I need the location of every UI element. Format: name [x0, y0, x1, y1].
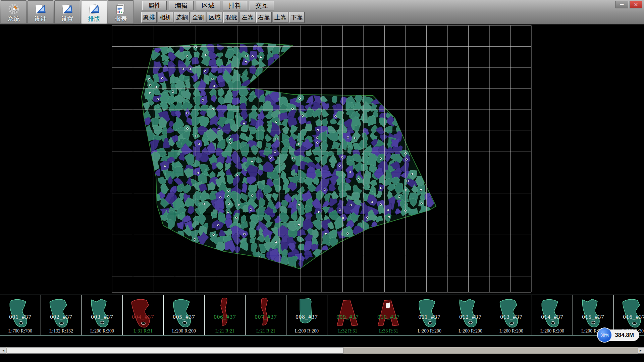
- piece-thumbnail-14[interactable]: 014_#37L:200 R:200: [532, 295, 573, 335]
- piece-lr-count: L:700 R:700: [0, 328, 41, 334]
- menu-item-3[interactable]: 区域: [196, 1, 220, 10]
- layout-icon: [88, 3, 101, 15]
- tool-button-4[interactable]: 全割: [191, 12, 206, 23]
- menu-item-1[interactable]: 属性: [142, 1, 167, 10]
- scroll-left-arrow-icon[interactable]: ◄: [0, 347, 6, 354]
- horizontal-scrollbar[interactable]: ◄ ►: [0, 347, 644, 354]
- nesting-canvas[interactable]: [0, 24, 644, 295]
- load-percent-badge: 38%: [597, 327, 612, 343]
- toolbar-button-label: 排版: [88, 16, 100, 22]
- piece-lr-count: L:200 R:200: [450, 328, 491, 334]
- piece-lr-count: L:21 R:21: [246, 328, 286, 334]
- piece-name: 004_#37: [123, 314, 163, 320]
- piece-lr-count: L:33 R:31: [368, 328, 409, 334]
- piece-name: 014_#37: [532, 314, 573, 320]
- tool-button-9[interactable]: 上靠: [273, 12, 288, 23]
- piece-lr-count: L:32 R:31: [327, 328, 368, 334]
- close-button[interactable]: ✕: [630, 1, 642, 8]
- window-controls: ─ ✕: [615, 1, 642, 8]
- main-toolbar: 系统设计设置排版报表: [1, 0, 134, 24]
- toolbar-button-label: 设计: [35, 16, 47, 22]
- piece-name: 016_#37: [614, 314, 644, 320]
- scrollbar-thumb[interactable]: [7, 347, 343, 354]
- toolbar-button-5[interactable]: 报表: [108, 0, 134, 24]
- report-icon: [115, 3, 127, 15]
- piece-lr-count: L:200 R:200: [286, 328, 327, 334]
- piece-name: 001_#37: [0, 314, 41, 320]
- piece-name: 006_#37: [205, 314, 245, 320]
- nesting-canvas-svg[interactable]: [0, 24, 644, 295]
- app-window: 系统设计设置排版报表 属性编辑区域排料交互 聚排相机选割全割区域瑕疵左靠右靠上靠…: [0, 0, 644, 362]
- piece-thumbnail-9[interactable]: 009_#37L:32 R:31: [327, 295, 368, 335]
- tool-button-2[interactable]: 相机: [158, 12, 173, 23]
- piece-name: 013_#37: [491, 314, 532, 320]
- piece-thumbnail-7[interactable]: 007_#37L:21 R:21: [246, 295, 286, 335]
- menu-item-2[interactable]: 编辑: [169, 1, 194, 10]
- piece-thumbnail-4[interactable]: 004_#37L:31 R:31: [123, 295, 164, 335]
- piece-thumbnail-2[interactable]: 002_#37L:132 R:132: [41, 295, 82, 335]
- piece-thumbnail-5[interactable]: 005_#37L:200 R:200: [164, 295, 205, 335]
- setup-icon: [61, 3, 74, 15]
- tool-button-10[interactable]: 下靠: [289, 12, 305, 23]
- piece-lr-count: L:200 R:200: [491, 328, 532, 334]
- piece-name: 002_#37: [41, 314, 82, 320]
- piece-lr-count: L:200 R:200: [409, 328, 450, 334]
- toolbar-button-2[interactable]: 设计: [28, 0, 53, 24]
- menu-item-4[interactable]: 排料: [223, 1, 247, 10]
- tool-button-5[interactable]: 区域: [207, 12, 222, 23]
- menu-item-5[interactable]: 交互: [250, 1, 274, 10]
- scroll-right-arrow-icon[interactable]: ►: [638, 347, 644, 354]
- piece-name: 015_#37: [573, 314, 613, 320]
- design-icon: [34, 3, 47, 15]
- piece-thumbnail-1[interactable]: 001_#37L:700 R:700: [0, 295, 41, 335]
- piece-lr-count: L:132 R:132: [41, 328, 82, 334]
- piece-lr-count: L:200 R:200: [82, 328, 122, 334]
- piece-lr-count: L:200 R:200: [532, 328, 573, 334]
- piece-thumbnail-11[interactable]: 011_#37L:200 R:200: [409, 295, 450, 335]
- piece-name: 007_#37: [246, 314, 286, 320]
- piece-name: 005_#37: [164, 314, 204, 320]
- piece-name: 011_#37: [409, 314, 450, 320]
- toolbar-button-4[interactable]: 排版: [81, 0, 107, 24]
- toolbar-button-label: 报表: [115, 16, 127, 22]
- piece-name: 008_#37: [286, 314, 327, 320]
- piece-thumbnail-10[interactable]: 010_#37L:33 R:31: [368, 295, 409, 335]
- tool-button-7[interactable]: 左靠: [240, 12, 255, 23]
- piece-name: 010_#37: [368, 314, 409, 320]
- toolbar-button-1[interactable]: 系统: [1, 0, 26, 24]
- piece-name: 003_#37: [82, 314, 122, 320]
- piece-lr-count: L:21 R:21: [205, 328, 245, 334]
- toolbar-button-3[interactable]: 设置: [54, 0, 80, 24]
- piece-lr-count: L:31 R:31: [123, 328, 163, 334]
- piece-thumbnail-3[interactable]: 003_#37L:200 R:200: [82, 295, 123, 335]
- tool-button-1[interactable]: 聚排: [141, 12, 157, 23]
- piece-thumbnail-6[interactable]: 006_#37L:21 R:21: [205, 295, 246, 335]
- top-toolbar: 系统设计设置排版报表 属性编辑区域排料交互 聚排相机选割全割区域瑕疵左靠右靠上靠…: [0, 0, 644, 24]
- piece-thumbnail-13[interactable]: 013_#37L:200 R:200: [491, 295, 532, 335]
- tool-button-8[interactable]: 右靠: [256, 12, 272, 23]
- status-badge: 38% 384.8M: [597, 327, 639, 343]
- tool-button-6[interactable]: 瑕疵: [223, 12, 239, 23]
- piece-thumbnail-12[interactable]: 012_#37L:200 R:200: [450, 295, 491, 335]
- secondary-toolbar: 聚排相机选割全割区域瑕疵左靠右靠上靠下靠: [141, 12, 305, 23]
- piece-thumbnail-8[interactable]: 008_#37L:200 R:200: [286, 295, 327, 335]
- toolbar-button-label: 系统: [8, 16, 20, 22]
- piece-lr-count: L:200 R:200: [164, 328, 204, 334]
- toolbar-button-label: 设置: [61, 16, 73, 22]
- menu-bar: 属性编辑区域排料交互: [142, 1, 274, 10]
- piece-name: 009_#37: [327, 314, 368, 320]
- tool-button-3[interactable]: 选割: [174, 12, 190, 23]
- minimize-button[interactable]: ─: [615, 1, 628, 8]
- pieces-strip: 001_#37L:700 R:700002_#37L:132 R:132003_…: [0, 295, 644, 336]
- piece-name: 012_#37: [450, 314, 491, 320]
- system-gear-icon: [7, 3, 20, 15]
